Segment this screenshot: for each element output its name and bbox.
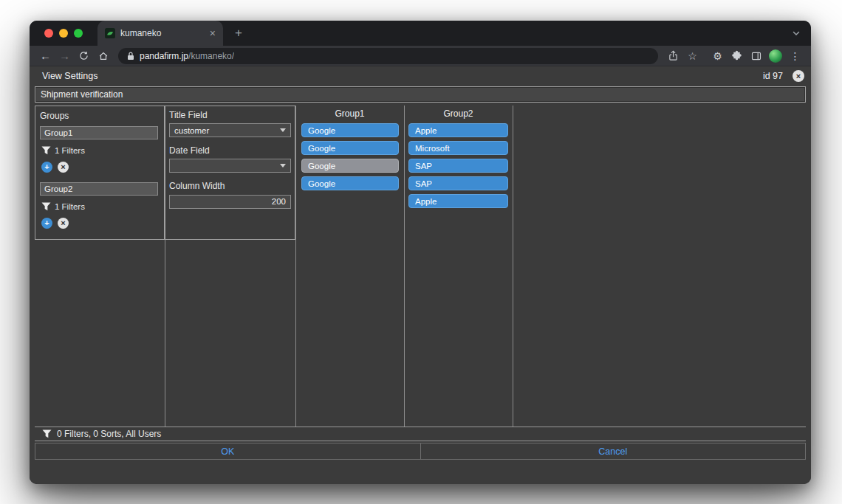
group2-actions: + × <box>41 218 160 229</box>
filter-funnel-icon <box>41 146 51 155</box>
tab-favicon-icon <box>105 28 115 38</box>
url-path: /kumaneko/ <box>188 51 234 61</box>
window-minimize-button[interactable] <box>59 29 68 38</box>
view-summary-bar: 0 Filters, 0 Sorts, All Users <box>35 427 806 441</box>
new-tab-button[interactable]: + <box>229 26 248 41</box>
title-field-value: customer <box>174 126 209 135</box>
title-field-select[interactable]: customer <box>169 123 291 137</box>
browser-toolbar: ← → pandafirm.jp/kumaneko/ ☆ ⚙ ⋮ <box>30 46 811 66</box>
preview-chip[interactable]: Google <box>301 176 399 190</box>
plus-icon: + <box>44 163 49 171</box>
extensions-puzzle-icon[interactable] <box>728 47 745 65</box>
preview-chip[interactable]: Google <box>301 159 399 173</box>
close-icon: × <box>796 72 801 80</box>
group2-filters-count-label: 1 Filters <box>55 202 85 211</box>
menu-kebab-icon[interactable]: ⋮ <box>787 47 804 65</box>
preview-chip[interactable]: Google <box>301 141 399 155</box>
filter-funnel-icon <box>42 429 52 438</box>
tab-strip: kumaneko × + <box>30 21 811 46</box>
preview-column1-chips: Google Google Google Google <box>301 123 399 190</box>
preview-chip[interactable]: SAP <box>408 176 508 190</box>
browser-tab[interactable]: kumaneko × <box>97 21 223 46</box>
share-icon[interactable] <box>665 47 682 65</box>
preview-column2-header: Group2 <box>404 108 513 119</box>
ok-button[interactable]: OK <box>35 443 421 459</box>
back-button[interactable]: ← <box>37 47 54 65</box>
chevron-down-icon <box>280 128 286 132</box>
group1-name-input[interactable] <box>40 126 158 139</box>
dialog-title: View Settings <box>42 71 98 81</box>
chevron-down-icon <box>280 164 286 168</box>
date-field-select[interactable] <box>169 159 291 173</box>
preview-chip[interactable]: SAP <box>408 159 508 173</box>
dialog-action-bar: OK Cancel <box>35 443 806 460</box>
dialog-close-button[interactable]: × <box>793 70 804 82</box>
group2-filters-row: 1 Filters <box>41 202 160 211</box>
title-field-label: Title Field <box>169 110 291 120</box>
tab-list-chevron-down-icon[interactable] <box>792 29 801 38</box>
preview-column1-header: Group1 <box>295 108 404 119</box>
preview-chip[interactable]: Apple <box>408 194 508 208</box>
window-close-button[interactable] <box>44 29 53 38</box>
preview-column2-chips: Apple Microsoft SAP SAP Apple <box>408 123 508 208</box>
column-divider <box>513 106 513 427</box>
summary-label: 0 Filters, 0 Sorts, All Users <box>57 429 161 439</box>
preview-chip[interactable]: Google <box>301 123 399 137</box>
group2-add-filter-button[interactable]: + <box>41 218 52 229</box>
group1-actions: + × <box>41 162 160 173</box>
record-id-label: id 97 <box>763 71 783 81</box>
reload-button[interactable] <box>75 47 92 65</box>
group1-filters-row: 1 Filters <box>41 146 160 155</box>
preview-chip[interactable]: Apple <box>408 123 508 137</box>
lock-icon <box>127 52 134 61</box>
fields-panel: Title Field customer Date Field Column W… <box>165 106 295 240</box>
url-domain: pandafirm.jp <box>140 51 188 61</box>
group2-remove-button[interactable]: × <box>58 218 69 229</box>
home-button[interactable] <box>95 47 112 65</box>
group1-add-filter-button[interactable]: + <box>41 162 52 173</box>
window-zoom-button[interactable] <box>74 29 83 38</box>
preview-chip[interactable]: Microsoft <box>408 141 508 155</box>
gear-icon[interactable]: ⚙ <box>709 47 726 65</box>
close-icon: × <box>61 219 65 227</box>
dialog-header-right: id 97 × <box>763 70 804 82</box>
plus-icon: + <box>44 219 49 227</box>
bookmark-star-icon[interactable]: ☆ <box>684 47 701 65</box>
close-icon: × <box>61 163 65 171</box>
groups-panel: Groups 1 Filters + × <box>35 106 165 240</box>
forward-button[interactable]: → <box>56 47 73 65</box>
traffic-lights <box>44 29 83 38</box>
tab-title: kumaneko <box>120 28 205 38</box>
dialog-header: View Settings id 97 × <box>30 66 811 86</box>
groups-label: Groups <box>40 111 160 121</box>
column-width-input[interactable] <box>169 195 291 209</box>
page-content: View Settings id 97 × Groups 1 Filters <box>30 66 811 484</box>
address-bar[interactable]: pandafirm.jp/kumaneko/ <box>118 48 658 64</box>
date-field-label: Date Field <box>169 145 291 156</box>
group1-remove-button[interactable]: × <box>58 162 69 173</box>
filter-funnel-icon <box>41 202 51 211</box>
url-text: pandafirm.jp/kumaneko/ <box>140 51 234 61</box>
tab-close-icon[interactable]: × <box>210 28 216 38</box>
sidebar-icon[interactable] <box>747 47 764 65</box>
group1-filters-count-label: 1 Filters <box>55 146 85 155</box>
profile-avatar[interactable] <box>769 49 782 63</box>
view-name-input[interactable] <box>35 86 806 103</box>
group2-name-input[interactable] <box>40 182 158 196</box>
column-divider <box>295 106 296 427</box>
column-width-label: Column Width <box>169 181 291 191</box>
browser-window: kumaneko × + ← → pandafirm.jp/kumaneko/ … <box>30 21 811 484</box>
cancel-button[interactable]: Cancel <box>421 443 806 459</box>
column-divider <box>404 106 405 427</box>
